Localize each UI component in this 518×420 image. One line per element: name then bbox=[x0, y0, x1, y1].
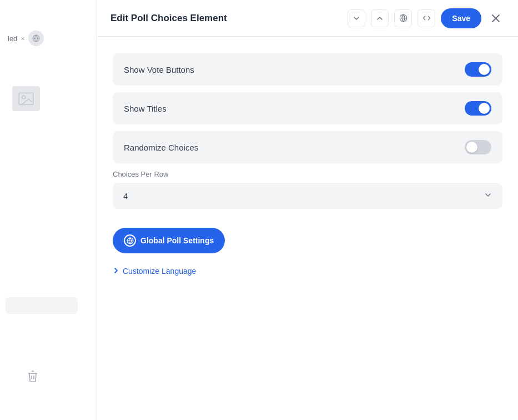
show-vote-buttons-slider bbox=[465, 62, 491, 77]
sidebar-bar bbox=[6, 297, 78, 314]
page-title: Edit Poll Choices Element bbox=[110, 13, 342, 24]
close-icon bbox=[491, 14, 500, 23]
customize-language-row[interactable]: Customize Language bbox=[113, 267, 502, 276]
randomize-choices-slider bbox=[465, 140, 491, 154]
show-titles-row: Show Titles bbox=[113, 92, 502, 124]
globe-icon bbox=[399, 14, 408, 22]
customize-language-chevron-icon bbox=[113, 267, 119, 276]
choices-per-row-section: Choices Per Row 4 bbox=[113, 170, 502, 209]
code-icon bbox=[423, 14, 431, 22]
svg-rect-2 bbox=[19, 93, 33, 104]
randomize-choices-toggle[interactable] bbox=[465, 140, 491, 154]
sidebar: led × bbox=[0, 0, 97, 420]
sidebar-x-label: × bbox=[21, 34, 25, 43]
select-chevron-icon bbox=[484, 191, 492, 201]
close-button[interactable] bbox=[487, 9, 505, 27]
sidebar-top-badge: led × bbox=[8, 31, 44, 46]
chevron-down-icon bbox=[353, 15, 360, 22]
sidebar-trash bbox=[28, 371, 38, 384]
show-titles-label: Show Titles bbox=[124, 104, 167, 113]
header: Edit Poll Choices Element Save bbox=[97, 0, 518, 37]
chevron-up-button[interactable] bbox=[371, 9, 389, 27]
globe-settings-icon bbox=[124, 234, 136, 247]
sidebar-image-placeholder bbox=[12, 86, 40, 111]
show-titles-toggle[interactable] bbox=[465, 101, 491, 116]
choices-per-row-select[interactable]: 4 bbox=[113, 183, 502, 209]
customize-language-label: Customize Language bbox=[123, 267, 196, 276]
svg-point-3 bbox=[22, 96, 26, 99]
content-area: Show Vote Buttons Show Titles Randomize … bbox=[97, 37, 518, 292]
randomize-choices-row: Randomize Choices bbox=[113, 131, 502, 163]
code-button[interactable] bbox=[418, 9, 435, 27]
show-vote-buttons-label: Show Vote Buttons bbox=[124, 65, 194, 74]
globe-button[interactable] bbox=[394, 9, 412, 27]
main-panel: Edit Poll Choices Element Save bbox=[97, 0, 518, 420]
global-poll-settings-button[interactable]: Global Poll Settings bbox=[113, 228, 225, 253]
sidebar-badge-text: led bbox=[8, 34, 17, 43]
chevron-up-icon bbox=[376, 15, 383, 22]
sidebar-icon bbox=[28, 31, 44, 46]
chevron-down-button[interactable] bbox=[348, 9, 365, 27]
save-button[interactable]: Save bbox=[441, 8, 481, 28]
show-vote-buttons-toggle[interactable] bbox=[465, 62, 491, 77]
global-poll-settings-label: Global Poll Settings bbox=[140, 236, 214, 245]
choices-per-row-value: 4 bbox=[123, 191, 128, 201]
randomize-choices-label: Randomize Choices bbox=[124, 143, 198, 152]
choices-per-row-label: Choices Per Row bbox=[113, 170, 502, 178]
show-vote-buttons-row: Show Vote Buttons bbox=[113, 53, 502, 86]
show-titles-slider bbox=[465, 101, 491, 116]
